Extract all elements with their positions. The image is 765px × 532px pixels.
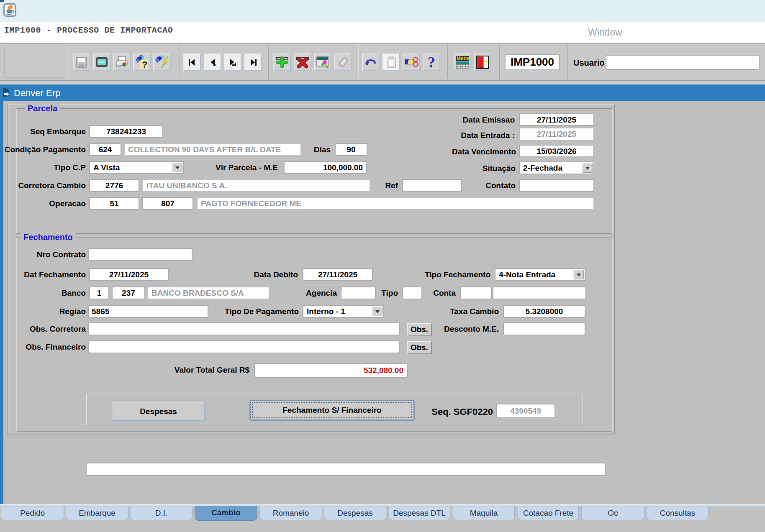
- svg-text:?: ?: [142, 59, 147, 69]
- svg-text:Mens: Mens: [457, 56, 470, 61]
